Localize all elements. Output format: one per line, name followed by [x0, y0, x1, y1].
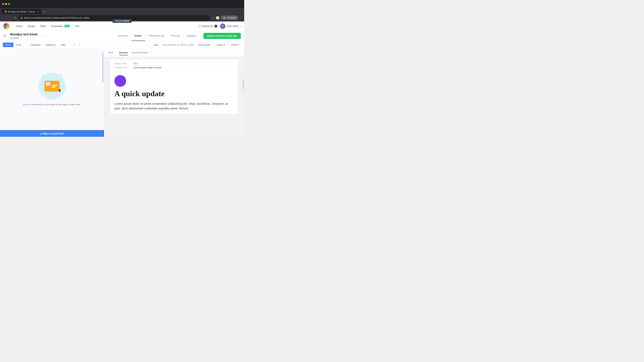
back-btn[interactable]: ← — [1, 15, 6, 20]
empty-state-illustration: ✦ ✦ ● ⬆ — [38, 73, 66, 99]
preview-toolbar: 👁 ▾ Browser Email Previews ⚠ — [104, 49, 244, 57]
visibility-dropdown[interactable]: 👁 ▾ — [107, 50, 114, 55]
add-subject-link[interactable]: Add — [133, 62, 137, 65]
left-panel-scrollbar[interactable] — [102, 49, 104, 137]
nav-design[interactable]: Design — [25, 21, 38, 31]
proof-lock-icon: 🔒 — [178, 34, 180, 37]
window-maximize-btn[interactable] — [8, 3, 10, 5]
email-title-area: Moodjoy test Email Unsorted — [10, 33, 38, 39]
nav-test[interactable]: Test — [72, 21, 82, 31]
resources-count-badge: 1 — [214, 25, 217, 28]
export-dropdown-icon: ▾ — [224, 43, 225, 46]
redo-btn[interactable]: ↪ — [77, 42, 82, 47]
right-panel: 👁 ▾ Browser Email Previews ⚠ Subject — [104, 49, 244, 137]
refresh-btn[interactable]: ↻ — [13, 15, 18, 20]
preview-text-row: Preview text Lorem ipsum dolor sit amet — [114, 66, 234, 69]
incognito-label: Incognito — [227, 16, 236, 19]
view-toggle: Visual Code — [3, 42, 24, 47]
export-btn[interactable]: Export ▾ — [214, 42, 228, 47]
email-menu-dots[interactable]: ··· — [40, 33, 44, 38]
incognito-badge: 🕵 Incognito — [221, 15, 238, 20]
tab-title: Moodjoy test Email > Litmus — [8, 10, 35, 13]
nav-build[interactable]: Build — [38, 21, 48, 31]
toolbar: Visual Code Templates Tracking ▾ Help ↩ … — [0, 41, 244, 49]
browser-menu-icon[interactable]: ⋮ — [239, 15, 243, 20]
left-panel: ✦ ✦ ● ⬆ — [0, 49, 104, 137]
user-avatar: JS — [220, 23, 226, 29]
litmus-assistant-btn[interactable]: LITMUS ASSISTANT — [0, 130, 104, 137]
main-content: ✦ ✦ ● ⬆ — [0, 49, 244, 137]
bookmark-icon[interactable]: ☆ — [211, 15, 215, 20]
new-tab-btn[interactable]: + — [42, 9, 46, 14]
tab-previews-qa[interactable]: Previews & QA — [145, 31, 168, 41]
nav-home[interactable]: Home — [14, 21, 25, 31]
email-preview-card: Subject line Add Preview text Lorem ipsu… — [110, 59, 238, 114]
eye-icon: 👁 — [108, 51, 111, 54]
email-logo-area — [110, 72, 238, 87]
email-title: Moodjoy test Email — [10, 33, 38, 36]
preview-text-value: Lorem ipsum dolor sit amet — [133, 66, 162, 69]
tab-analytics[interactable]: Analytics — [183, 31, 200, 41]
tab-favicon — [4, 10, 6, 13]
tab-summary[interactable]: Summary — [114, 31, 131, 41]
preview-text-label: Preview text — [114, 66, 131, 69]
lock-icon: 🔒 — [20, 17, 23, 19]
tab-close-btn[interactable]: ✕ — [36, 10, 39, 13]
email-headline[interactable]: A quick update — [110, 87, 238, 100]
subject-line-row: Subject line Add — [114, 62, 234, 65]
sparkle-icon-1: ✦ — [42, 74, 44, 77]
resources-btn[interactable]: ⓘ Resources 1 — [199, 25, 217, 28]
top-nav: FOCUS MODE Home Design Build Personalize… — [0, 21, 244, 31]
app-container: FOCUS MODE Home Design Build Personalize… — [0, 21, 244, 137]
last-saved-text: Last saved Dec 20, 2023 at 7:29pm — [162, 44, 194, 46]
empty-state-text: Click on an element in your email on the… — [23, 103, 81, 106]
visual-view-btn[interactable]: Visual — [3, 42, 14, 47]
window-close-btn[interactable] — [2, 3, 4, 5]
undo-btn[interactable]: ↩ — [72, 42, 76, 47]
right-panel-scrollbar[interactable] — [242, 49, 244, 137]
email-body-text: Lorem ipsum dolor sit amet consectetur a… — [110, 100, 238, 114]
email-header: ☰ Moodjoy test Email Unsorted ··· Summar… — [0, 31, 244, 41]
extensions-icon[interactable]: ⬜ — [215, 15, 220, 20]
url-text: litmus.com/folders/unsorted_emails/email… — [24, 16, 90, 19]
tracking-dropdown-icon: ▾ — [54, 43, 56, 46]
user-info[interactable]: JS John Smith ▾ — [220, 23, 241, 29]
nav-personalize[interactable]: Personalize New — [48, 21, 72, 31]
user-dropdown-icon: ▾ — [240, 25, 241, 27]
email-tabs: Summary Builder Previews & QA Proof 🔒 An… — [114, 31, 241, 41]
window-minimize-btn[interactable] — [5, 3, 7, 5]
browser-toolbar-actions: ☆ ⬜ 🕵 Incognito ⋮ — [211, 15, 243, 20]
templates-btn[interactable]: Templates — [28, 42, 42, 47]
tab-bar: Moodjoy test Email > Litmus ✕ + — [0, 8, 244, 14]
brand-logo-circle — [114, 75, 126, 87]
warning-icon: ⚠ — [149, 51, 152, 54]
personalize-new-badge: New — [64, 25, 70, 27]
preview-tabs: Browser Email Previews ⚠ — [119, 50, 156, 55]
email-previews-tab[interactable]: Email Previews ⚠ — [132, 50, 152, 55]
update-previews-btn[interactable]: Update Previews & QA tabs — [204, 33, 241, 39]
help-btn[interactable]: Help — [58, 42, 68, 47]
left-panel-scroll: ✦ ✦ ● ⬆ — [0, 49, 104, 130]
browser-window-controls — [0, 0, 244, 8]
tab-proof[interactable]: Proof 🔒 — [168, 31, 183, 41]
save-btn[interactable]: Save — [151, 42, 161, 47]
sync-to-esp-btn[interactable]: Sync to ESP — [196, 42, 213, 47]
top-nav-right: ⓘ Resources 1 JS John Smith ▾ — [199, 23, 241, 29]
info-icon: ⓘ — [199, 25, 201, 28]
email-breadcrumb[interactable]: Unsorted — [10, 36, 38, 39]
share-btn[interactable]: Share ▾ — [229, 42, 242, 47]
active-tab[interactable]: Moodjoy test Email > Litmus ✕ — [1, 9, 42, 14]
email-headline-text: A quick update — [114, 89, 234, 98]
browser-preview-tab[interactable]: Browser — [119, 50, 128, 55]
main-nav: Home Design Build Personalize New Test — [14, 21, 82, 31]
sidebar-toggle-icon[interactable]: ☰ — [3, 34, 6, 38]
tab-builder[interactable]: Builder — [131, 31, 146, 41]
litmus-logo[interactable] — [3, 23, 10, 29]
share-dropdown-icon: ▾ — [238, 43, 239, 46]
eye-dropdown-chevron: ▾ — [112, 51, 113, 54]
illustration-circle: ✦ ✦ ● ⬆ — [38, 73, 66, 99]
preview-content[interactable]: Subject line Add Preview text Lorem ipsu… — [104, 57, 244, 137]
code-view-btn[interactable]: Code — [14, 42, 23, 47]
tracking-btn[interactable]: Tracking ▾ — [44, 42, 58, 47]
forward-btn[interactable]: → — [7, 15, 12, 20]
